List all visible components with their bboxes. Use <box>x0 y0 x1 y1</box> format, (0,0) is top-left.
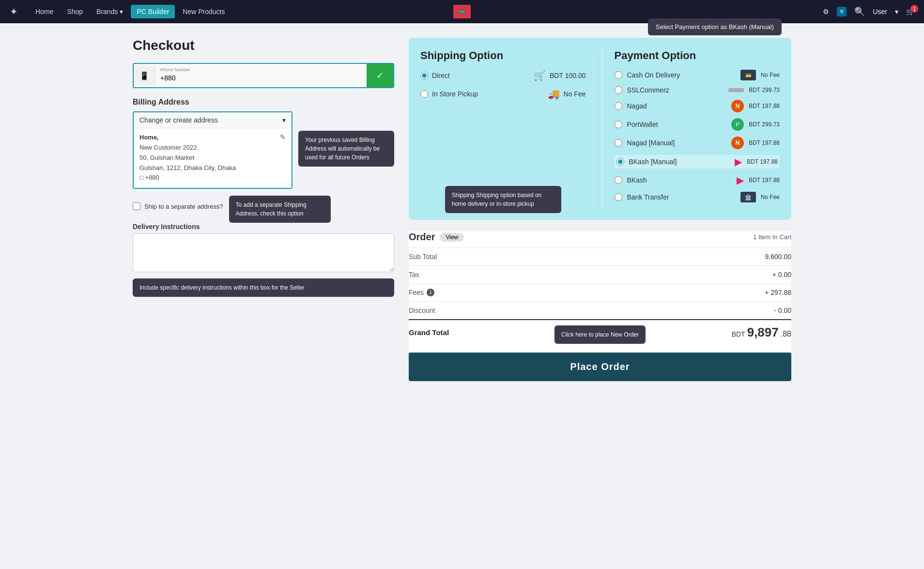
fees-value: + 297.88 <box>765 289 791 296</box>
grand-total-label: Grand Total <box>409 325 449 340</box>
ship-separate-checkbox[interactable] <box>133 202 140 210</box>
delivery-instructions-input[interactable] <box>133 233 394 272</box>
chevron-down-icon: ▾ <box>282 116 286 124</box>
order-summary: Order View 1 Item In Cart Sub Total 9,60… <box>409 231 791 381</box>
address-phone: □ +880 <box>139 173 286 183</box>
nav-right: ⚙ বা 🔍 User ▾ 🛒 1 <box>823 6 914 17</box>
tax-row: Tax + 0.00 <box>409 265 791 283</box>
nav-links: Home Shop Brands ▾ PC Builder New Produc… <box>30 5 823 18</box>
payment-nagad-label[interactable]: Nagad <box>627 102 727 110</box>
ship-separate-container: Ship to a separate address? <box>133 202 223 210</box>
search-icon[interactable]: 🔍 <box>854 6 865 17</box>
shipping-direct-price: BDT 100.00 <box>550 72 585 79</box>
nagad-icon: N <box>731 100 744 112</box>
tax-value: + 0.00 <box>772 271 791 278</box>
shipping-title: Shipping Option <box>420 49 586 62</box>
shipping-instore-radio[interactable] <box>420 90 428 98</box>
payment-cod-radio[interactable] <box>615 71 622 79</box>
phone-label-wrapper: Phone Number <box>155 67 367 84</box>
shipping-tooltip: Shipping Shipping option based on home d… <box>445 186 561 213</box>
order-view-button[interactable]: View <box>440 233 464 242</box>
payment-option-cod: Cash On Delivery 💳 No Fee <box>615 70 780 80</box>
payment-nagad-price: BDT 197.88 <box>749 103 780 109</box>
nagad-manual-icon: N <box>731 137 744 149</box>
address-dropdown-header[interactable]: Change or create address ▾ <box>134 112 292 128</box>
address-street: 50, Gulshan Market <box>139 153 286 163</box>
grand-total-value: BDT 9,897 .88 <box>732 325 791 340</box>
truck-icon: 🚚 <box>548 88 560 100</box>
payment-ssl-radio[interactable] <box>615 86 622 94</box>
phone-field-label: Phone Number <box>160 67 367 72</box>
payment-cod-label[interactable]: Cash On Delivery <box>627 71 736 79</box>
confirm-phone-button[interactable]: ✓ <box>367 64 393 87</box>
tax-label: Tax <box>409 271 419 278</box>
delivery-tooltip: Include specific delivery instructions w… <box>133 278 394 297</box>
subtotal-label: Sub Total <box>409 253 437 261</box>
payment-nagad-radio[interactable] <box>615 102 622 110</box>
cart-count: 1 <box>910 5 918 13</box>
payment-select-tooltip: Select Payment option as BKash (Manual) <box>648 18 782 35</box>
payment-option-nagad: Nagad N BDT 197.88 <box>615 100 780 112</box>
payment-bkash-label[interactable]: BKash <box>627 176 732 184</box>
payment-ssl-label[interactable]: SSLCommerz <box>627 86 724 94</box>
phone-input[interactable] <box>160 72 367 84</box>
payment-bank-radio[interactable] <box>615 193 622 201</box>
fees-info-icon[interactable]: i <box>427 289 434 296</box>
cart-icon[interactable]: 🛒 1 <box>906 8 914 15</box>
payment-nagad-manual-radio[interactable] <box>615 139 622 147</box>
address-dropdown[interactable]: Change or create address ▾ Home, ✎ New C… <box>133 111 293 189</box>
ship-separate-label[interactable]: Ship to a separate address? <box>144 203 223 210</box>
payment-bank-label[interactable]: Bank Transfer <box>627 193 736 201</box>
nav-brands[interactable]: Brands ▾ <box>91 5 129 18</box>
language-badge[interactable]: বা <box>837 7 847 16</box>
bank-icon: 🏦 <box>740 192 756 202</box>
left-panel: Checkout 📱 Phone Number ✓ Billing Addres… <box>133 38 394 297</box>
discount-label: Discount <box>409 307 435 314</box>
grand-total-cents: .88 <box>781 330 791 338</box>
address-customer: New Customer 2022 <box>139 143 286 153</box>
payment-nagad-manual-label[interactable]: Nagad [Manual] <box>627 139 727 147</box>
center-logo: 🎮 <box>453 5 471 18</box>
payment-section: Payment Option Cash On Delivery 💳 No Fee… <box>602 49 780 208</box>
payment-bkash-price: BDT 197.88 <box>749 177 780 184</box>
payment-title: Payment Option <box>615 49 780 62</box>
billing-section: Billing Address Change or create address… <box>133 98 394 297</box>
payment-bkash-radio[interactable] <box>615 176 622 184</box>
payment-portwallet-radio[interactable] <box>615 121 622 128</box>
phone-input-container: 📱 Phone Number ✓ <box>133 63 394 88</box>
payment-bkash-manual-radio[interactable] <box>616 158 624 166</box>
address-card: Home, ✎ New Customer 2022 50, Gulshan Ma… <box>134 128 292 188</box>
grand-total-main: 9,897 <box>747 325 779 340</box>
fees-label: Fees i <box>409 289 434 296</box>
billing-title: Billing Address <box>133 98 394 107</box>
payment-portwallet-label[interactable]: PortWallet <box>627 121 727 128</box>
phone-icon: 📱 <box>134 66 155 85</box>
dropdown-label: Change or create address <box>139 116 218 124</box>
payment-bkash-manual-price: BDT 197.88 <box>747 158 778 165</box>
nav-new-products[interactable]: New Products <box>177 5 231 18</box>
shipping-direct-label[interactable]: Direct <box>432 72 526 79</box>
settings-icon[interactable]: ⚙ <box>823 8 829 15</box>
billing-tooltip: Your previous saved Billing Address will… <box>298 131 394 167</box>
cart-delivery-icon: 🛒 <box>534 70 546 81</box>
nav-pc-builder[interactable]: PC Builder <box>131 5 175 18</box>
payment-option-bkash-manual: BKash [Manual] ▶ BDT 197.88 <box>615 155 780 169</box>
new-order-tooltip: Click here to place New Order <box>554 325 646 344</box>
shipping-direct-radio[interactable] <box>420 72 428 79</box>
payment-ssl-price: BDT 299.73 <box>749 87 780 93</box>
nav-shop[interactable]: Shop <box>61 5 89 18</box>
chevron-down-icon: ▾ <box>120 8 123 15</box>
shipping-option-direct: Direct 🛒 BDT 100.00 <box>420 70 586 81</box>
user-dropdown-icon[interactable]: ▾ <box>895 8 898 15</box>
logo-icon: ✦ <box>10 6 18 17</box>
shipping-instore-label[interactable]: In Store Pickup <box>432 90 540 98</box>
user-label[interactable]: User <box>873 8 887 15</box>
nav-home[interactable]: Home <box>30 5 59 18</box>
shipping-instore-price: No Fee <box>564 90 586 98</box>
payment-option-portwallet: PortWallet P BDT 299.73 <box>615 118 780 131</box>
subtotal-value: 9,600.00 <box>765 253 792 261</box>
payment-bkash-manual-label[interactable]: BKash [Manual] <box>629 158 730 166</box>
place-order-button[interactable]: Place Order <box>409 353 791 381</box>
edit-icon[interactable]: ✎ <box>280 133 286 141</box>
order-header: Order View 1 Item In Cart <box>409 231 791 243</box>
